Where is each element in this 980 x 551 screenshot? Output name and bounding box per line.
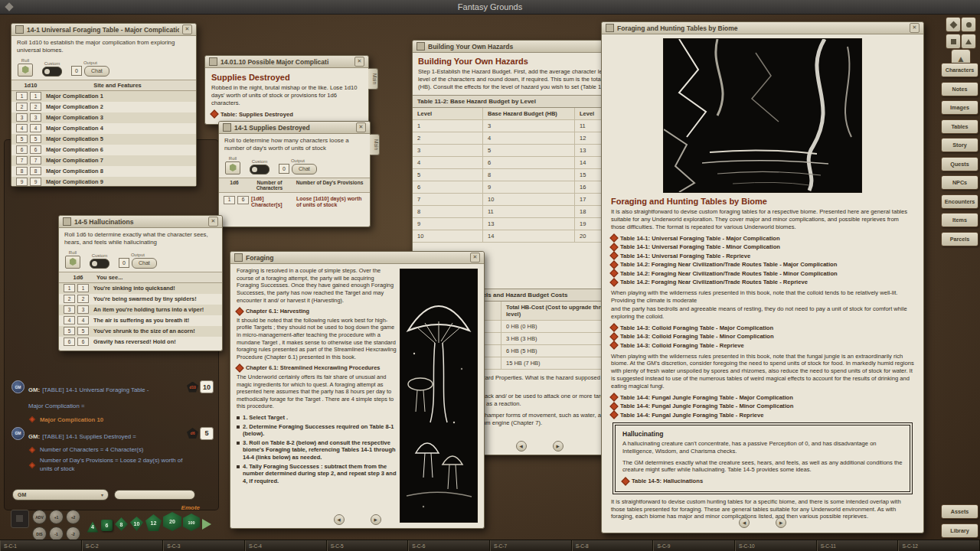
sidebar-button[interactable]: Library xyxy=(941,523,978,538)
window-title-bar[interactable]: 14.01.10 Possible Major Complicati ✕ xyxy=(205,56,368,68)
hotkey-slot[interactable]: S-C-12 xyxy=(898,540,980,551)
hotkey-slot[interactable]: S-C-1 xyxy=(0,540,82,551)
hotkey-slot[interactable]: S-C-9 xyxy=(653,540,735,551)
sidebar-button[interactable]: Items xyxy=(941,213,978,227)
modifier-counter[interactable]: 0 xyxy=(119,258,129,268)
table-row[interactable]: 7 7 Major Complication 7 xyxy=(11,155,196,166)
emote-button[interactable]: Emote xyxy=(181,504,200,511)
die-tool-button[interactable] xyxy=(946,17,961,32)
sidebar-button[interactable]: Notes xyxy=(941,82,978,96)
sidebar-button[interactable]: Characters xyxy=(941,63,978,77)
next-page-button[interactable]: ▶ xyxy=(553,441,564,452)
window-title-bar[interactable]: 14-1 Universal Foraging Table - Major Co… xyxy=(11,24,196,36)
roll-button[interactable] xyxy=(18,64,33,77)
table-link[interactable]: Table 14-1: Universal Foraging Table - M… xyxy=(611,243,914,250)
table-row[interactable]: 5 5 Major Complication 5 xyxy=(11,134,196,145)
table-row[interactable]: 2 2 Major Complication 2 xyxy=(11,102,196,112)
sidebar-button[interactable]: Assets xyxy=(941,504,978,519)
d20-die[interactable]: 20 xyxy=(163,512,181,531)
modifier-token[interactable]: ADV xyxy=(32,510,47,524)
table-link[interactable]: Table 14-1: Universal Foraging Table - R… xyxy=(611,253,914,259)
d8-die[interactable]: 8 xyxy=(115,517,128,531)
dice-tray-arrow-icon[interactable] xyxy=(202,519,211,530)
custom-dice-toggle[interactable] xyxy=(42,67,62,77)
prev-page-button[interactable]: ◀ xyxy=(516,441,527,452)
sidebar-button[interactable]: Images xyxy=(941,100,978,115)
modifier-counter[interactable]: 0 xyxy=(279,164,289,174)
close-icon[interactable]: ✕ xyxy=(910,23,920,33)
die-roll-chip[interactable]: d6 5 xyxy=(187,427,214,440)
hotkey-slot[interactable]: S-C-5 xyxy=(327,540,409,551)
table-link[interactable]: Table 14-3: Colloid Foraging Table - Min… xyxy=(611,333,914,340)
hotkey-slot[interactable]: S-C-8 xyxy=(572,540,654,551)
sidebar-button[interactable]: Quests xyxy=(941,157,978,171)
output-chat-button[interactable]: Chat xyxy=(84,66,109,77)
d4-die[interactable]: 4 xyxy=(87,521,99,533)
table-row[interactable]: 9 9 Major Complication 9 xyxy=(11,177,196,186)
table-row[interactable]: 2 2 You're being swarmed by tiny spiders… xyxy=(59,294,222,305)
roll-button[interactable] xyxy=(65,256,80,269)
next-page-button[interactable]: ▶ xyxy=(776,517,786,528)
close-icon[interactable]: ✕ xyxy=(356,122,366,132)
next-page-button[interactable]: ▶ xyxy=(371,514,381,525)
table-link[interactable]: Table 14-1: Universal Foraging Table - M… xyxy=(611,235,914,242)
pointer-tool-button[interactable] xyxy=(961,17,976,32)
hotkey-slot[interactable]: S-C-2 xyxy=(82,540,164,551)
os-title-bar[interactable]: Fantasy Grounds xyxy=(0,0,980,15)
table-link[interactable]: Table 14-3: Colloid Foraging Table - Maj… xyxy=(611,324,914,331)
table-link[interactable]: Table 14-4: Fungal Jungle Foraging Table… xyxy=(611,394,914,401)
table-link[interactable]: Table 14-4: Fungal Jungle Foraging Table… xyxy=(611,412,914,419)
table-link[interactable]: Table 14-4: Fungal Jungle Foraging Table… xyxy=(611,403,914,409)
map-tool-button[interactable] xyxy=(961,34,976,49)
table-row[interactable]: 5 5 You've shrunk to the size of an acor… xyxy=(59,326,222,337)
custom-dice-toggle[interactable] xyxy=(90,259,109,269)
hotkey-slot[interactable]: S-C-11 xyxy=(817,540,899,551)
token-tool-button[interactable] xyxy=(946,34,961,49)
table-link[interactable]: Table 14.2: Foraging Near Civilization/T… xyxy=(611,279,914,285)
close-icon[interactable]: ✕ xyxy=(208,217,218,227)
tab-main[interactable]: Main xyxy=(368,68,378,90)
hotkey-slot[interactable]: S-C-4 xyxy=(245,540,327,551)
roll-button[interactable] xyxy=(225,161,240,174)
link-supplies-destroyed-table[interactable]: Table: Supplies Destroyed xyxy=(211,111,362,118)
custom-dice-toggle[interactable] xyxy=(250,165,270,174)
prev-page-button[interactable]: ◀ xyxy=(334,514,345,525)
prev-page-button[interactable]: ◀ xyxy=(739,517,750,528)
output-chat-button[interactable]: Chat xyxy=(132,258,157,269)
d100-die[interactable]: 100 xyxy=(183,514,200,531)
chat-mode-select[interactable]: GM ▾ xyxy=(12,489,109,500)
modifier-counter[interactable]: 0 xyxy=(71,66,82,76)
hotkey-slot[interactable]: S-C-7 xyxy=(490,540,572,551)
dice-tray-toggle[interactable] xyxy=(11,510,29,528)
d6-die[interactable]: 6 xyxy=(101,520,113,531)
tab-main[interactable]: Main xyxy=(370,134,380,155)
table-row[interactable]: 1 1 You're sinking into quicksand! xyxy=(59,283,222,294)
table-row[interactable]: 1 6 [1d6] Character[s] Loose [1d10] day(… xyxy=(219,193,370,212)
sidebar-button[interactable]: Story xyxy=(941,138,978,152)
hotkey-slot[interactable]: S-C-3 xyxy=(163,540,245,551)
modifier-token[interactable]: +1 xyxy=(49,510,64,524)
table-link[interactable]: Table 14.2: Foraging Near Civilization/T… xyxy=(611,261,914,268)
window-title-bar[interactable]: Foraging and Hunting Tables by Biome ✕ xyxy=(602,22,923,34)
table-link[interactable]: Table 14-3: Colloid Foraging Table - Rep… xyxy=(611,342,914,349)
table-link[interactable]: Table 14-5: Hallucinations xyxy=(622,478,903,484)
sidebar-button[interactable]: Encounters xyxy=(941,194,978,209)
d10-die[interactable]: 10 xyxy=(129,517,144,531)
window-title-bar[interactable]: 14-5 Hallucinations ✕ xyxy=(59,216,222,228)
output-chat-button[interactable]: Chat xyxy=(292,164,317,174)
table-row[interactable]: 6 6 Gravity has reversed! Hold on! xyxy=(59,337,222,347)
table-link[interactable]: Table 14.2: Foraging Near Civilization/T… xyxy=(611,270,914,277)
chat-input[interactable] xyxy=(114,490,195,500)
table-row[interactable]: 6 6 Major Complication 6 xyxy=(11,145,196,155)
close-icon[interactable]: ✕ xyxy=(354,57,364,67)
sidebar-button[interactable]: NPCs xyxy=(941,175,978,190)
link-chapter-hexcrawling[interactable]: Chapter 6.1: Streamlined Hexcrawling Pro… xyxy=(237,364,397,371)
window-title-bar[interactable]: Foraging ✕ xyxy=(230,252,484,264)
table-row[interactable]: 1 1 Major Complication 1 xyxy=(11,91,196,102)
table-row[interactable]: 3 3 An item you're holding turns into a … xyxy=(59,305,222,315)
window-title-bar[interactable]: 14-1 Supplies Destroyed ✕ xyxy=(219,122,370,134)
hotkey-slot[interactable]: S-C-6 xyxy=(408,540,490,551)
link-chapter-harvesting[interactable]: Chapter 6.1: Harvesting xyxy=(237,308,397,315)
sidebar-button[interactable]: Parcels xyxy=(941,232,978,246)
table-row[interactable]: 4 4 The air is suffering as you breath i… xyxy=(59,315,222,326)
